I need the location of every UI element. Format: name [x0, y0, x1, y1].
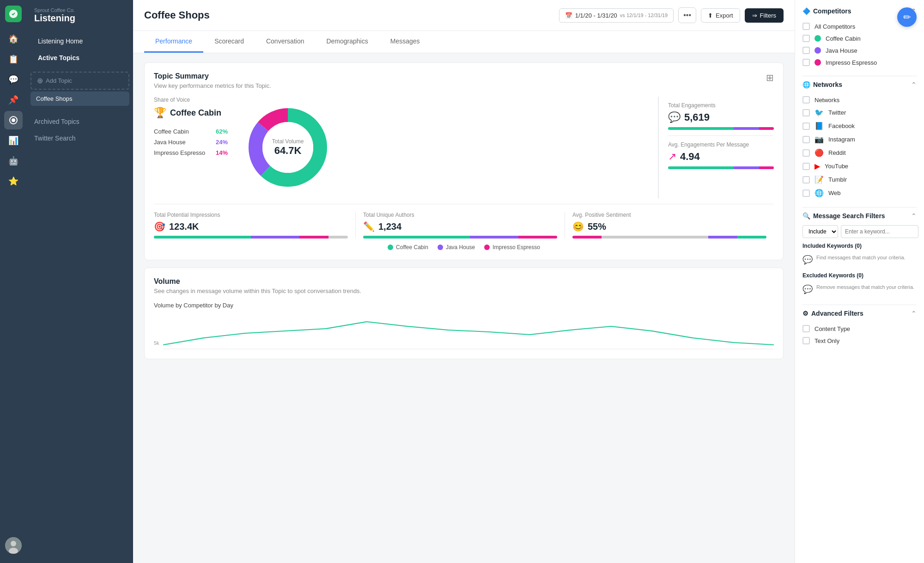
avg-engagements-label: Avg. Engagements Per Message: [668, 141, 774, 148]
volume-chart-container: [163, 312, 774, 349]
filter-icon: ⇒: [752, 12, 757, 19]
keyword-input[interactable]: [841, 225, 918, 238]
competitor-checkbox-0[interactable]: [802, 35, 810, 42]
keyword-filter-row: Include: [802, 225, 917, 238]
tabs-bar: Performance Scorecard Conversation Demog…: [133, 31, 795, 53]
tab-scorecard[interactable]: Scorecard: [203, 31, 255, 53]
legend-impresso: Impresso Espresso: [484, 244, 540, 251]
nav-pin-icon[interactable]: 📌: [4, 91, 23, 109]
all-competitors-checkbox[interactable]: [802, 23, 810, 30]
network-instagram[interactable]: 📷 Instagram: [802, 133, 917, 146]
networks-all-item[interactable]: Networks: [802, 94, 917, 106]
youtube-icon: ▶: [815, 162, 820, 171]
edit-button[interactable]: ✏: [897, 7, 917, 27]
sov-winner: 🏆 Coffee Cabin: [154, 107, 228, 119]
floating-edit-area: ✏: [897, 7, 917, 27]
network-reddit-checkbox[interactable]: [802, 149, 810, 157]
tab-conversation[interactable]: Conversation: [255, 31, 316, 53]
volume-subtitle: See changes in message volume within thi…: [154, 288, 361, 294]
impressions-value: 123.4K: [169, 221, 199, 232]
nav-automation-icon[interactable]: 🤖: [4, 152, 23, 170]
competitors-icon: 🔷: [802, 7, 810, 15]
tab-demographics[interactable]: Demographics: [315, 31, 379, 53]
network-facebook[interactable]: 📘 Facebook: [802, 119, 917, 133]
sidebar-archived-topics[interactable]: Archived Topics: [27, 113, 133, 130]
network-twitter-label: Twitter: [828, 109, 846, 116]
network-twitter[interactable]: 🐦 Twitter: [802, 106, 917, 119]
message-search-title: 🔍 Message Search Filters: [802, 212, 885, 220]
included-keywords-section: Included Keywords (0) 💬 Find messages th…: [802, 243, 917, 268]
network-instagram-checkbox[interactable]: [802, 136, 810, 143]
message-search-collapse-icon[interactable]: ⌃: [911, 212, 917, 220]
network-web[interactable]: 🌐 Web: [802, 186, 917, 200]
message-match-icon: 💬: [802, 255, 813, 265]
text-only-checkbox[interactable]: [802, 337, 810, 344]
filters-button[interactable]: ⇒ Filters: [745, 8, 784, 23]
text-only-item[interactable]: Text Only: [802, 335, 917, 347]
network-tumblr-checkbox[interactable]: [802, 176, 810, 184]
text-only-label: Text Only: [815, 337, 839, 344]
authors-label: Total Unique Authors: [363, 212, 557, 218]
network-web-checkbox[interactable]: [802, 190, 810, 197]
competitor-checkbox-2[interactable]: [802, 59, 810, 66]
competitor-name-2: Impresso Espresso: [826, 59, 877, 66]
network-reddit[interactable]: 🔴 Reddit: [802, 146, 917, 159]
nav-reports-icon[interactable]: 📊: [4, 131, 23, 150]
competitor-checkbox-1[interactable]: [802, 47, 810, 54]
nav-listening-icon[interactable]: [4, 111, 23, 129]
sidebar-listening-home[interactable]: Listening Home: [30, 33, 129, 49]
sentiment-icon: 😊: [572, 221, 584, 232]
include-select[interactable]: Include: [802, 225, 838, 238]
content-type-checkbox[interactable]: [802, 325, 810, 332]
company-name: Sprout Coffee Co.: [34, 7, 126, 13]
header-controls: 📅 1/1/20 - 1/31/20 vs 12/1/19 - 12/31/19…: [559, 7, 784, 23]
content-type-item[interactable]: Content Type: [802, 323, 917, 335]
y-axis-5k: 5k: [154, 340, 159, 349]
network-tumblr[interactable]: 📝 Tumblr: [802, 173, 917, 186]
more-options-button[interactable]: •••: [678, 7, 696, 23]
donut-center-label: Total Volume 64.7K: [272, 138, 304, 157]
vs-date-label: vs 12/1/19 - 12/31/19: [620, 12, 668, 18]
networks-all-label: Networks: [815, 97, 839, 104]
network-twitter-checkbox[interactable]: [802, 109, 810, 116]
layout-icon[interactable]: ⊞: [766, 72, 774, 83]
tab-messages[interactable]: Messages: [379, 31, 431, 53]
svg-point-3: [11, 541, 16, 546]
nav-inbox-icon[interactable]: 📋: [4, 50, 23, 68]
brand-area: Sprout Coffee Co. Listening: [27, 7, 133, 33]
total-engagements-block: Total Engagements 💬 5,619: [668, 97, 774, 136]
avg-engagements-icon: ↗: [668, 151, 676, 163]
date-range-button[interactable]: 📅 1/1/20 - 1/31/20 vs 12/1/19 - 12/31/19: [559, 8, 674, 23]
nav-messages-icon[interactable]: 💬: [4, 70, 23, 89]
network-youtube[interactable]: ▶ YouTube: [802, 159, 917, 173]
user-avatar[interactable]: [5, 537, 22, 554]
nav-favorites-icon[interactable]: ⭐: [4, 172, 23, 190]
icon-navigation: 🏠 📋 💬 📌 📊 🤖 ⭐: [0, 0, 27, 563]
competitor-item-0[interactable]: Coffee Cabin: [802, 32, 917, 44]
tab-performance[interactable]: Performance: [144, 31, 203, 53]
avg-engagements-value: 4.94: [680, 151, 700, 163]
excluded-keywords-section: Excluded Keywords (0) 💬 Remove messages …: [802, 272, 917, 297]
export-button[interactable]: ⬆ Export: [701, 8, 740, 23]
volume-title: Volume: [154, 277, 361, 286]
nav-home-icon[interactable]: 🏠: [4, 30, 23, 48]
networks-collapse-icon[interactable]: ⌃: [911, 81, 917, 88]
network-youtube-checkbox[interactable]: [802, 163, 810, 170]
competitor-item-2[interactable]: Impresso Espresso: [802, 56, 917, 68]
networks-title: 🌐 Networks: [802, 81, 842, 88]
competitor-item-1[interactable]: Java House: [802, 44, 917, 56]
network-facebook-label: Facebook: [828, 122, 855, 129]
networks-all-checkbox[interactable]: [802, 96, 810, 104]
sentiment-label: Avg. Positive Sentiment: [572, 212, 766, 218]
add-topic-button[interactable]: ⊕ Add Topic: [30, 72, 129, 90]
advanced-filters-collapse-icon[interactable]: ⌃: [911, 310, 917, 317]
sidebar-active-topics[interactable]: Active Topics: [30, 49, 129, 66]
sidebar-twitter-search[interactable]: Twitter Search: [27, 130, 133, 147]
competitor-dot-2: [815, 59, 821, 66]
sov-name-2: Impresso Espresso: [154, 149, 205, 156]
coffee-shops-topic[interactable]: Coffee Shops: [30, 92, 129, 106]
topic-summary-subtitle: View key performance metrics for this To…: [154, 82, 271, 89]
network-facebook-checkbox[interactable]: [802, 122, 810, 130]
legend-label-1: Java House: [446, 244, 475, 251]
advanced-filters-section: ⚙ Advanced Filters ⌃ Content Type Text O…: [802, 310, 917, 347]
